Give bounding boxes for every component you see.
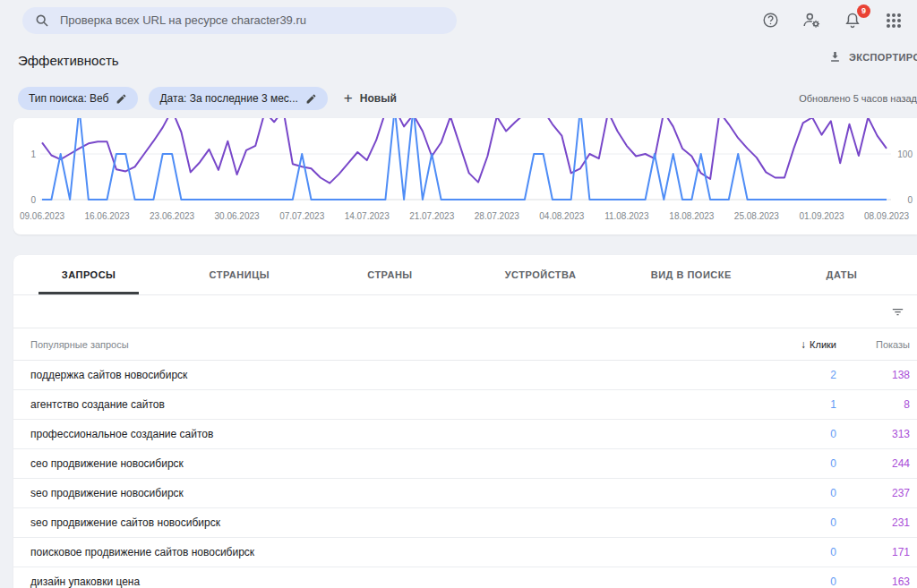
search-type-chip-label: Тип поиска: Веб <box>29 92 108 105</box>
x-axis-label: 25.08.2023 <box>734 211 779 221</box>
query-cell[interactable]: поддержка сайтов новосибирск <box>13 369 742 381</box>
search-type-chip[interactable]: Тип поиска: Веб <box>18 87 138 110</box>
table-row[interactable]: агентство создание сайтов 1 8 <box>13 390 917 420</box>
left-axis-tick-0: 0 <box>30 195 36 205</box>
tab-страницы[interactable]: СТРАНИЦЫ <box>164 255 314 294</box>
right-axis-tick-100: 100 <box>897 149 913 159</box>
filter-row: Тип поиска: Веб Дата: За последние 3 мес… <box>0 81 917 116</box>
page-title: Эффективность <box>18 53 119 68</box>
x-axis-label: 23.06.2023 <box>150 211 194 221</box>
clicks-cell: 2 <box>742 369 836 381</box>
x-axis-label: 01.09.2023 <box>799 211 844 221</box>
help-icon <box>762 12 779 29</box>
x-axis-label: 09.06.2023 <box>20 211 64 221</box>
query-cell[interactable]: поисковое продвижение сайтов новосибирск <box>13 546 742 558</box>
tab-даты[interactable]: ДАТЫ <box>767 255 917 294</box>
chart-x-axis-labels: 09.06.202316.06.202323.06.202330.06.2023… <box>20 211 909 221</box>
x-axis-label: 04.08.2023 <box>539 211 584 221</box>
plus-icon: + <box>344 89 353 107</box>
clicks-cell: 0 <box>742 546 836 558</box>
impressions-cell: 171 <box>836 546 917 558</box>
column-header-query: Популярные запросы <box>13 339 742 350</box>
performance-chart-card: 1 0 100 0 09.06.202316.06.202323.06.2023… <box>13 118 917 234</box>
query-cell[interactable]: агентство создание сайтов <box>13 398 742 411</box>
x-axis-label: 11.08.2023 <box>604 211 649 221</box>
table-toolbar <box>13 295 917 328</box>
table-row[interactable]: seo продвижение сайтов новосибирск 0 231 <box>13 508 917 538</box>
download-icon <box>828 50 842 64</box>
impressions-cell: 237 <box>836 487 917 499</box>
help-button[interactable] <box>759 10 781 31</box>
filter-rows-button[interactable] <box>887 301 908 322</box>
last-updated-text: Обновлено 5 часов назад <box>799 93 917 104</box>
query-cell[interactable]: seo продвижение сайтов новосибирск <box>13 516 742 529</box>
left-axis-tick-1: 1 <box>30 149 36 159</box>
notification-badge: 9 <box>857 4 870 18</box>
clicks-cell: 1 <box>742 398 836 411</box>
x-axis-label: 14.07.2023 <box>345 211 390 221</box>
table-row[interactable]: seo продвижение новосибирск 0 237 <box>13 479 917 508</box>
dimension-tabs: ЗАПРОСЫСТРАНИЦЫСТРАНЫУСТРОЙСТВАВИД В ПОИ… <box>13 255 917 295</box>
impressions-cell: 138 <box>836 369 917 381</box>
column-header-impressions[interactable]: Показы <box>836 339 917 350</box>
search-input-value: Проверка всех URL на ресурсе character39… <box>60 13 306 27</box>
apps-button[interactable] <box>883 10 904 31</box>
notifications-button[interactable]: 9 <box>842 10 863 31</box>
top-bar: Проверка всех URL на ресурсе character39… <box>0 0 917 40</box>
page-header: Эффективность ЭКСПОРТИРОВАТЬ <box>0 40 917 81</box>
clicks-cell: 0 <box>742 516 836 529</box>
table-row[interactable]: поддержка сайтов новосибирск 2 138 <box>13 361 917 390</box>
query-cell[interactable]: профессиональное создание сайтов <box>13 428 742 440</box>
column-header-clicks[interactable]: ↓Клики <box>742 338 836 351</box>
new-filter-button[interactable]: + Новый <box>344 89 397 107</box>
clicks-cell: 0 <box>742 457 836 470</box>
impressions-cell: 231 <box>836 516 917 529</box>
clicks-cell: 0 <box>742 575 836 588</box>
x-axis-label: 08.09.2023 <box>864 211 909 221</box>
table-row[interactable]: сео продвижение новосибирск 0 244 <box>13 449 917 479</box>
table-row[interactable]: поисковое продвижение сайтов новосибирск… <box>13 538 917 567</box>
date-range-chip[interactable]: Дата: За последние 3 мес... <box>149 87 327 110</box>
new-filter-label: Новый <box>360 92 397 105</box>
query-cell[interactable]: сео продвижение новосибирск <box>13 457 742 470</box>
table-body: поддержка сайтов новосибирск 2 138 агент… <box>13 361 917 588</box>
table-header-row: Популярные запросы ↓Клики Показы <box>13 328 917 361</box>
series-line-показы <box>42 118 887 183</box>
filter-list-icon <box>890 304 905 320</box>
x-axis-label: 16.06.2023 <box>84 211 129 221</box>
query-cell[interactable]: seo продвижение новосибирск <box>13 487 742 499</box>
chart-series-group <box>42 118 887 200</box>
export-button[interactable]: ЭКСПОРТИРОВАТЬ <box>828 50 917 64</box>
tab-устройства[interactable]: УСТРОЙСТВА <box>466 255 616 294</box>
url-inspection-search[interactable]: Проверка всех URL на ресурсе character39… <box>22 7 457 34</box>
impressions-cell: 244 <box>836 457 917 470</box>
apps-grid-icon <box>887 13 901 28</box>
search-icon <box>35 13 49 28</box>
table-row[interactable]: профессиональное создание сайтов 0 313 <box>13 420 917 449</box>
x-axis-label: 28.07.2023 <box>475 211 519 221</box>
tab-страны[interactable]: СТРАНЫ <box>314 255 465 294</box>
x-axis-label: 21.07.2023 <box>409 211 454 221</box>
clicks-cell: 0 <box>742 428 836 440</box>
x-axis-label: 30.06.2023 <box>215 211 260 221</box>
date-range-chip-label: Дата: За последние 3 мес... <box>159 92 297 105</box>
query-cell[interactable]: дизайн упаковки цена <box>13 575 742 588</box>
x-axis-label: 07.07.2023 <box>279 211 324 221</box>
manage-users-button[interactable] <box>801 10 822 31</box>
impressions-cell: 163 <box>836 575 917 588</box>
user-settings-icon <box>802 11 821 30</box>
export-label: ЭКСПОРТИРОВАТЬ <box>849 52 917 63</box>
clicks-cell: 0 <box>742 487 836 499</box>
x-axis-label: 18.08.2023 <box>669 211 714 221</box>
queries-table-card: ЗАПРОСЫСТРАНИЦЫСТРАНЫУСТРОЙСТВАВИД В ПОИ… <box>13 255 917 588</box>
edit-pencil-icon <box>305 93 317 105</box>
sort-desc-icon: ↓ <box>801 338 806 351</box>
table-row[interactable]: дизайн упаковки цена 0 163 <box>13 567 917 588</box>
edit-pencil-icon <box>116 93 127 105</box>
tab-вид-в-поиске[interactable]: ВИД В ПОИСКЕ <box>616 255 767 294</box>
impressions-cell: 8 <box>836 398 917 411</box>
tab-запросы[interactable]: ЗАПРОСЫ <box>13 255 164 294</box>
performance-chart-svg: 1 0 100 0 09.06.202316.06.202323.06.2023… <box>13 118 917 234</box>
impressions-cell: 313 <box>836 428 917 440</box>
right-axis-tick-0: 0 <box>907 195 913 205</box>
